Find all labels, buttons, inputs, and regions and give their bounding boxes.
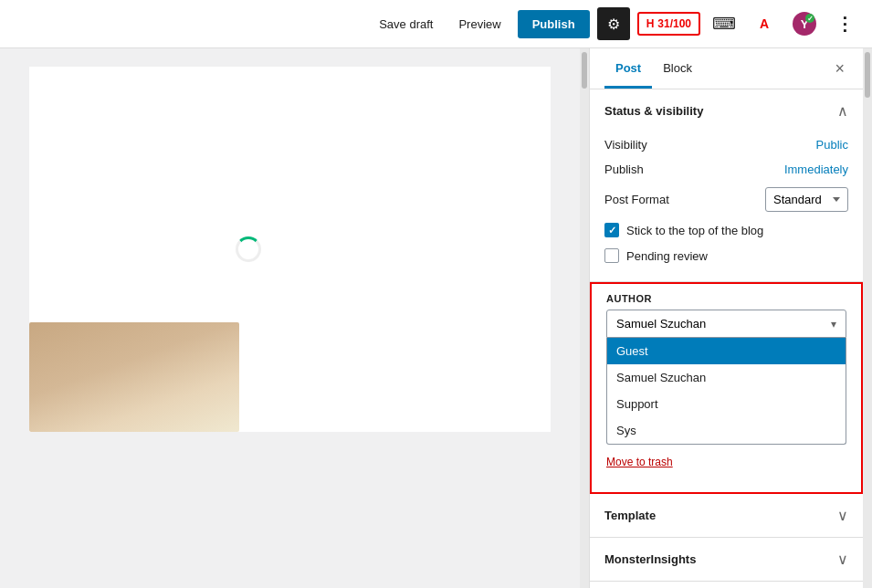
move-to-trash-button[interactable]: Move to trash bbox=[606, 452, 673, 472]
sidebar-tabs: Post Block × bbox=[590, 48, 863, 89]
settings-icon-button[interactable]: ⚙ bbox=[597, 7, 630, 40]
publish-value[interactable]: Immediately bbox=[784, 163, 848, 176]
status-visibility-title: Status & visibility bbox=[604, 104, 703, 118]
stick-to-top-label: Stick to the top of the blog bbox=[626, 224, 763, 237]
save-draft-button[interactable]: Save draft bbox=[370, 12, 442, 37]
author-select-wrapper: Samuel Szuchan ▾ Guest Samuel Szuchan Su… bbox=[606, 310, 846, 445]
tab-block[interactable]: Block bbox=[652, 48, 703, 89]
monster-insights-chevron-down-icon: ∨ bbox=[837, 551, 848, 568]
author-section: Author Samuel Szuchan ▾ Guest Samuel Szu… bbox=[590, 282, 863, 494]
editor-image bbox=[29, 322, 239, 432]
close-sidebar-button[interactable]: × bbox=[831, 57, 848, 80]
status-visibility-header[interactable]: Status & visibility ∧ bbox=[590, 89, 863, 132]
hemingway-score: 31/100 bbox=[657, 17, 691, 30]
pending-review-checkbox[interactable] bbox=[604, 248, 619, 263]
chevron-up-icon: ∧ bbox=[837, 102, 848, 120]
template-chevron-down-icon: ∨ bbox=[837, 507, 848, 524]
author-selected-value: Samuel Szuchan bbox=[616, 317, 706, 331]
monster-insights-title: MonsterInsights bbox=[604, 552, 696, 566]
stick-to-top-row: Stick to the top of the blog bbox=[604, 217, 848, 243]
grammarly-button[interactable]: A bbox=[748, 7, 781, 40]
editor-content[interactable] bbox=[29, 67, 552, 432]
yoast-icon: Y ✓ bbox=[792, 11, 817, 37]
pending-review-row: Pending review bbox=[604, 243, 848, 268]
keyboard-shortcut-button[interactable]: ⌨ bbox=[708, 7, 741, 40]
stick-to-top-checkbox[interactable] bbox=[604, 223, 619, 237]
author-dropdown: Guest Samuel Szuchan Support Sys bbox=[606, 338, 846, 445]
sidebar-scrollbar-thumb bbox=[865, 52, 870, 98]
publish-button[interactable]: Publish bbox=[518, 10, 590, 38]
more-options-button[interactable]: ⋮ bbox=[828, 7, 861, 40]
publish-label: Publish bbox=[604, 163, 644, 176]
close-icon: × bbox=[835, 59, 845, 78]
author-option-guest[interactable]: Guest bbox=[607, 338, 846, 364]
visibility-value[interactable]: Public bbox=[816, 138, 848, 152]
publish-row: Publish Immediately bbox=[604, 157, 848, 182]
monster-insights-header[interactable]: MonsterInsights ∨ bbox=[590, 538, 863, 581]
author-label: Author bbox=[606, 284, 846, 310]
status-visibility-body: Visibility Public Publish Immediately Po… bbox=[590, 132, 863, 281]
editor-scrollbar[interactable] bbox=[580, 48, 589, 588]
author-select-display[interactable]: Samuel Szuchan ▾ bbox=[606, 310, 846, 338]
loading-spinner bbox=[236, 236, 261, 262]
preview-button[interactable]: Preview bbox=[449, 12, 510, 37]
hemingway-badge[interactable]: H 31/100 bbox=[637, 12, 700, 36]
pending-review-label: Pending review bbox=[626, 249, 708, 263]
monster-insights-section: MonsterInsights ∨ bbox=[590, 538, 863, 582]
svg-text:✓: ✓ bbox=[807, 15, 814, 23]
status-visibility-section: Status & visibility ∧ Visibility Public … bbox=[590, 89, 863, 282]
grammarly-icon: A bbox=[760, 16, 769, 31]
template-title: Template bbox=[604, 509, 656, 522]
author-option-support[interactable]: Support bbox=[607, 391, 846, 417]
post-format-row: Post Format Standard Aside Gallery Link … bbox=[604, 182, 848, 217]
more-options-icon: ⋮ bbox=[835, 13, 854, 35]
yoast-button[interactable]: Y ✓ bbox=[788, 7, 821, 40]
editor-area[interactable] bbox=[0, 48, 580, 588]
sidebar: Post Block × Status & visibility ∧ Visib… bbox=[589, 48, 863, 588]
template-header[interactable]: Template ∨ bbox=[590, 494, 863, 537]
post-format-label: Post Format bbox=[604, 193, 669, 206]
tab-post[interactable]: Post bbox=[604, 48, 652, 89]
template-section: Template ∨ bbox=[590, 494, 863, 538]
post-format-select[interactable]: Standard Aside Gallery Link Image Quote … bbox=[765, 187, 848, 212]
toolbar: Save draft Preview Publish ⚙ H 31/100 ⌨ … bbox=[0, 0, 872, 48]
trash-area: Move to trash bbox=[606, 445, 846, 479]
main-layout: Post Block × Status & visibility ∧ Visib… bbox=[0, 48, 872, 588]
sidebar-scrollbar[interactable] bbox=[863, 48, 872, 588]
chevron-down-icon: ▾ bbox=[831, 318, 836, 331]
visibility-label: Visibility bbox=[604, 138, 647, 152]
visibility-row: Visibility Public bbox=[604, 132, 848, 157]
gear-icon: ⚙ bbox=[607, 16, 620, 33]
scrollbar-thumb bbox=[582, 52, 587, 89]
hemingway-h-icon: H bbox=[646, 17, 655, 30]
keyboard-icon: ⌨ bbox=[712, 14, 736, 34]
tab-group: Post Block bbox=[604, 48, 703, 89]
author-option-samuel[interactable]: Samuel Szuchan bbox=[607, 364, 846, 391]
author-option-sys[interactable]: Sys bbox=[607, 417, 846, 444]
